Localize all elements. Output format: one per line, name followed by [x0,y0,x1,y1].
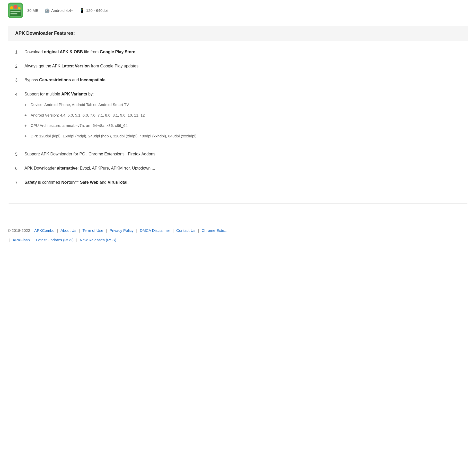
features-title: APK Downloader Features: [15,31,461,36]
filesize-item: 30 MB [27,8,38,13]
top-bar-info: 30 MB 🤖 Android 4.4+ 📱 120 - 640dpi [27,8,108,13]
bold-latest-version: Latest Version [61,64,90,68]
bold-incompatible: Incompatible [80,78,105,82]
filesize-label: 30 MB [27,8,38,13]
svg-point-4 [13,5,17,9]
phone-icon: 📱 [80,8,85,13]
features-card: APK Downloader Features: Download origin… [8,26,468,204]
features-list: Download original APK & OBB file from Go… [15,49,461,186]
sub-item-device: Device: Android Phone, Android Tablet, A… [24,102,197,108]
feature-item-7: Safety is confirmed Norton™ Safe Web and… [15,179,461,186]
feature-item-1: Download original APK & OBB file from Go… [15,49,461,56]
copyright-text: © 2018-2022 [8,228,30,233]
svg-point-5 [18,7,21,10]
footer-link-term-of-use[interactable]: Term of Use [83,228,103,233]
feature-item-5: Support: APK Downloader for PC , Chrome … [15,151,461,158]
bold-virustotal: VirusTotal [108,180,127,184]
feature-item-3: Bypass Geo-restrictions and Incompatible… [15,77,461,84]
footer-link-apkcombo[interactable]: APKCombo [34,228,54,233]
bold-apk-variants: APK Variants [61,92,87,96]
footer-link-new-releases[interactable]: New Releases (RSS) [80,238,116,242]
android-version-label: Android 4.4+ [51,8,73,13]
features-body: Download original APK & OBB file from Go… [8,41,468,203]
svg-rect-2 [10,10,21,16]
sub-item-cpu: CPU Architecture: armeabi-v7a, arm64-v8a… [24,123,197,129]
sub-list: Device: Android Phone, Android Tablet, A… [24,102,197,139]
svg-point-3 [10,6,13,9]
bold-alternative: alternative [57,166,77,170]
bold-google-play: Google Play Store [100,50,135,54]
dpi-item: 📱 120 - 640dpi [80,8,108,13]
dpi-label: 120 - 640dpi [86,8,108,13]
bold-norton: Norton™ Safe Web [61,180,99,184]
feature-item-2: Always get the APK Latest Version from G… [15,63,461,70]
footer: © 2018-2022 APKCombo | About Us | Term o… [0,219,476,249]
footer-link-latest-updates[interactable]: Latest Updates (RSS) [36,238,74,242]
features-header: APK Downloader Features: [8,26,468,41]
bold-safety: Safety [24,180,37,184]
footer-link-dmca[interactable]: DMCA Disclaimer [140,228,170,233]
footer-link-contact-us[interactable]: Contact Us [176,228,195,233]
feature-item-4: Support for multiple APK Variants by: De… [15,91,461,144]
sub-item-android-version: Android Version: 4.4, 5.0, 5.1, 6.0, 7.0… [24,112,197,118]
footer-link-chrome-ext[interactable]: Chrome Exte... [202,228,227,233]
footer-link-privacy-policy[interactable]: Privacy Policy [110,228,134,233]
bold-apk-obb: original APK & OBB [44,50,83,54]
bold-geo: Geo-restrictions [39,78,71,82]
svg-rect-7 [10,13,17,14]
sub-item-dpi: DPI: 120dpi (ldpi), 160dpi (mdpi), 240dp… [24,133,197,139]
svg-rect-6 [10,11,21,12]
app-icon [8,3,23,18]
android-version-item: 🤖 Android 4.4+ [45,8,73,13]
footer-link-apkflash[interactable]: APKFlash [13,238,30,242]
footer-line2: | APKFlash | Latest Updates (RSS) | New … [8,236,468,243]
footer-link-about-us[interactable]: About Us [60,228,76,233]
top-bar: 30 MB 🤖 Android 4.4+ 📱 120 - 640dpi [0,0,476,21]
footer-line1: © 2018-2022 APKCombo | About Us | Term o… [8,227,468,234]
feature-item-6: APK Downloader alternative: Evozi, APKPu… [15,165,461,172]
android-icon: 🤖 [45,8,50,13]
